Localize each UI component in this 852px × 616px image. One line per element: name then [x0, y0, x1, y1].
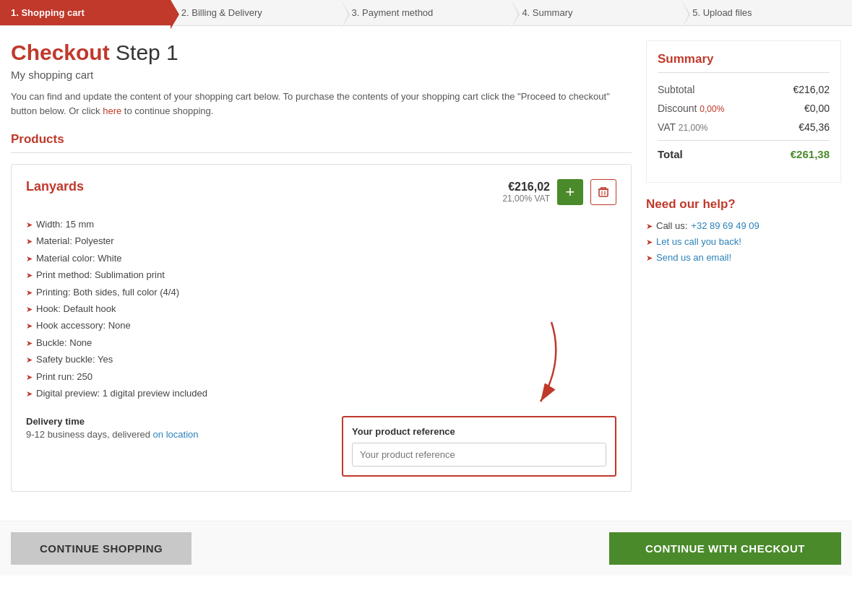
chevron-icon: ➤: [26, 252, 33, 266]
left-column: Checkout Step 1 My shopping cart You can…: [11, 40, 632, 492]
detail-item: ➤Safety buckle: Yes: [26, 351, 616, 368]
chevron-icon: ➤: [26, 218, 33, 233]
detail-item: ➤Digital preview: 1 digital preview incl…: [26, 385, 616, 402]
product-name: Lanyards: [26, 179, 84, 194]
subtotal-label: Subtotal: [658, 84, 694, 95]
price-main: €216,02: [502, 181, 550, 194]
summary-header: Summary: [658, 52, 830, 73]
help-call: ➤ Call us: +32 89 69 49 09: [646, 220, 841, 231]
step-label: Step 1: [116, 40, 178, 64]
product-details: ➤Width: 15 mm➤Material: Polyester➤Materi…: [26, 216, 616, 402]
page-title: Checkout Step 1: [11, 40, 632, 65]
breadcrumb-step-step5[interactable]: 5. Upload files: [681, 0, 852, 25]
chevron-icon: ➤: [26, 235, 33, 249]
svg-rect-0: [599, 189, 608, 196]
chevron-icon: ➤: [26, 387, 33, 402]
breadcrumb-step-step1[interactable]: 1. Shopping cart: [0, 0, 171, 25]
detail-item: ➤Material: Polyester: [26, 233, 616, 249]
reference-label: Your product reference: [352, 426, 606, 437]
chevron-icon: ➤: [26, 286, 33, 300]
chevron-icon: ➤: [26, 303, 33, 317]
right-column: Summary Subtotal €216,02 Discount 0,00% …: [646, 40, 841, 492]
detail-item: ➤Material color: White: [26, 250, 616, 266]
callback-link[interactable]: Let us call you back!: [656, 236, 741, 247]
add-quantity-button[interactable]: +: [557, 179, 583, 205]
detail-item: ➤Print run: 250: [26, 368, 616, 385]
breadcrumb-step-step4[interactable]: 4. Summary: [511, 0, 681, 25]
total-value: €261,38: [791, 148, 830, 160]
summary-total-row: Total €261,38: [658, 148, 830, 160]
help-header: Need our help?: [646, 197, 841, 212]
breadcrumb-step-step2[interactable]: 2. Billing & Delivery: [171, 0, 341, 25]
chevron-icon-3: ➤: [646, 253, 653, 263]
summary-subtotal-row: Subtotal €216,02: [658, 84, 830, 95]
chevron-icon: ➤: [26, 269, 33, 283]
breadcrumb-step-step3[interactable]: 3. Payment method: [341, 0, 512, 25]
product-price-area: €216,02 21,00% VAT +: [502, 179, 616, 205]
email-link[interactable]: Send us an email!: [656, 252, 731, 263]
detail-item: ➤Width: 15 mm: [26, 216, 616, 233]
product-card: Lanyards €216,02 21,00% VAT +: [11, 164, 632, 492]
detail-item: ➤Hook: Default hook: [26, 300, 616, 317]
checkout-word: Checkout: [11, 40, 110, 64]
summary-panel: Summary Subtotal €216,02 Discount 0,00% …: [646, 40, 841, 183]
detail-item: ➤Buckle: None: [26, 334, 616, 351]
reference-area: Your product reference: [342, 416, 616, 477]
total-label: Total: [658, 148, 683, 160]
phone-link[interactable]: +32 89 69 49 09: [691, 220, 759, 231]
vat-value: €45,36: [799, 121, 830, 133]
trash-icon: [598, 186, 609, 198]
chevron-icon: ➤: [26, 370, 33, 385]
chevron-icon: ➤: [26, 337, 33, 351]
footer-buttons: CONTINUE SHOPPING CONTINUE WITH CHECKOUT: [0, 521, 852, 576]
help-panel: Need our help? ➤ Call us: +32 89 69 49 0…: [646, 197, 841, 263]
detail-item: ➤Printing: Both sides, full color (4/4): [26, 284, 616, 300]
product-bottom: Delivery time 9-12 business days, delive…: [26, 416, 616, 477]
summary-vat-row: VAT 21,00% €45,36: [658, 121, 830, 133]
on-location-link[interactable]: on location: [153, 429, 199, 440]
delivery-title: Delivery time: [26, 416, 199, 427]
delivery-info: Delivery time 9-12 business days, delive…: [26, 416, 199, 440]
vat-label: VAT 21,00%: [658, 121, 708, 133]
subtotal-value: €216,02: [793, 84, 830, 95]
reference-input[interactable]: [352, 443, 606, 467]
continue-shopping-link[interactable]: here: [103, 105, 121, 116]
help-callback: ➤ Let us call you back!: [646, 236, 841, 247]
detail-item: ➤Print method: Sublimation print: [26, 266, 616, 283]
discount-value: €0,00: [804, 103, 830, 114]
product-price: €216,02 21,00% VAT: [502, 181, 550, 204]
discount-rate: 0,00%: [700, 104, 724, 114]
call-prefix: Call us:: [656, 220, 687, 231]
page-subtitle: My shopping cart: [11, 69, 632, 81]
chevron-icon: ➤: [646, 222, 653, 231]
continue-shopping-button[interactable]: CONTINUE SHOPPING: [11, 532, 192, 565]
delivery-text: 9-12 business days, delivered on locatio…: [26, 429, 199, 440]
vat-rate: 21,00%: [679, 123, 708, 133]
chevron-icon-2: ➤: [646, 238, 653, 247]
breadcrumb: 1. Shopping cart2. Billing & Delivery3. …: [0, 0, 852, 26]
reference-box: Your product reference: [342, 416, 616, 477]
detail-item: ➤Hook accessory: None: [26, 317, 616, 334]
info-text: You can find and update the content of y…: [11, 90, 632, 118]
price-vat: 21,00% VAT: [502, 194, 550, 204]
help-email: ➤ Send us an email!: [646, 252, 841, 263]
discount-label: Discount 0,00%: [658, 103, 724, 114]
chevron-icon: ➤: [26, 353, 33, 368]
delete-product-button[interactable]: [590, 179, 616, 205]
summary-discount-row: Discount 0,00% €0,00: [658, 103, 830, 114]
checkout-button[interactable]: CONTINUE WITH CHECKOUT: [609, 532, 841, 565]
chevron-icon: ➤: [26, 319, 33, 334]
products-header: Products: [11, 132, 632, 153]
